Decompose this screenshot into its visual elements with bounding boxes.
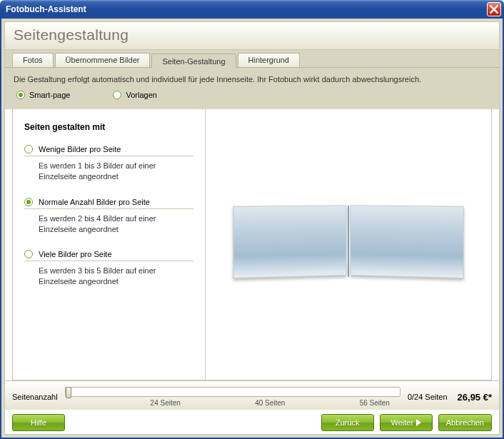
mode-label: Vorlagen [126,91,156,99]
page-count-label: Seitenanzahl [12,393,58,401]
page-title: Seitengestaltung [14,26,490,44]
mode-vorlagen[interactable]: Vorlagen [113,91,156,99]
price-value: 26,95 €* [458,392,492,403]
option-label: Wenige Bilder pro Seite [39,145,121,153]
radio-icon [24,145,33,153]
option-desc: Es werden 3 bis 5 Bilder auf einer Einze… [24,266,193,287]
book-left-page [233,205,346,278]
cancel-button[interactable]: Abbrechen [438,414,492,431]
window-title: Fotobuch-Assistent [6,4,86,14]
options-title: Seiten gestalten mit [24,122,193,132]
back-button[interactable]: Zurück [321,414,374,431]
option-few-images[interactable]: Wenige Bilder pro Seite [24,145,193,156]
next-button-label: Weiter [390,418,413,427]
radio-icon [16,91,25,99]
option-desc: Es werden 2 bis 4 Bilder auf einer Einze… [24,213,193,235]
preview-pane [206,109,491,380]
book-spine [348,206,349,277]
tab-fotos[interactable]: Fotos [12,53,54,67]
hint-text: Die Gestaltung erfolgt automatisch und i… [12,72,492,91]
tick-40: 40 Seiten [255,399,285,407]
mode-smart-page[interactable]: Smart-page [16,91,70,99]
arrow-right-icon [416,419,421,426]
radio-icon [113,91,121,99]
tab-uebernommene-bilder[interactable]: Übernommene Bilder [55,53,151,67]
cancel-button-label: Abbrechen [446,418,484,427]
page-count-slider[interactable] [65,387,400,397]
slider-thumb[interactable] [66,387,71,398]
option-normal-images[interactable]: Normale Anzahl Bilder pro Seite [24,198,193,209]
close-button[interactable] [487,2,501,16]
help-button-label: Hilfe [31,418,46,427]
tab-hintergrund[interactable]: Hintergrund [238,53,300,67]
close-icon [490,5,498,14]
tab-seiten-gestaltung[interactable]: Seiten-Gestaltung [151,54,236,68]
next-button[interactable]: Weiter [380,414,433,431]
tick-56: 56 Seiten [360,399,390,407]
tick-24: 24 Seiten [151,399,181,407]
page-count-value: 0/24 Seiten [408,393,448,401]
radio-icon [24,250,33,258]
radio-icon [24,198,33,206]
back-button-label: Zurück [336,418,360,427]
slider-ticks: 24 Seiten 40 Seiten 56 Seiten [65,399,400,407]
book-right-page [351,205,464,278]
option-desc: Es werden 1 bis 3 Bilder auf einer Einze… [24,161,193,182]
mode-label: Smart-page [29,91,70,99]
title-bar: Fotobuch-Assistent [0,0,504,19]
page-header: Seitengestaltung [5,22,499,50]
option-label: Normale Anzahl Bilder pro Seite [39,198,150,206]
help-button[interactable]: Hilfe [12,414,65,431]
option-label: Viele Bilder pro Seite [39,250,112,258]
option-many-images[interactable]: Viele Bilder pro Seite [24,250,193,261]
tab-strip: Fotos Übernommene Bilder Seiten-Gestaltu… [5,53,499,67]
book-preview [231,206,466,284]
